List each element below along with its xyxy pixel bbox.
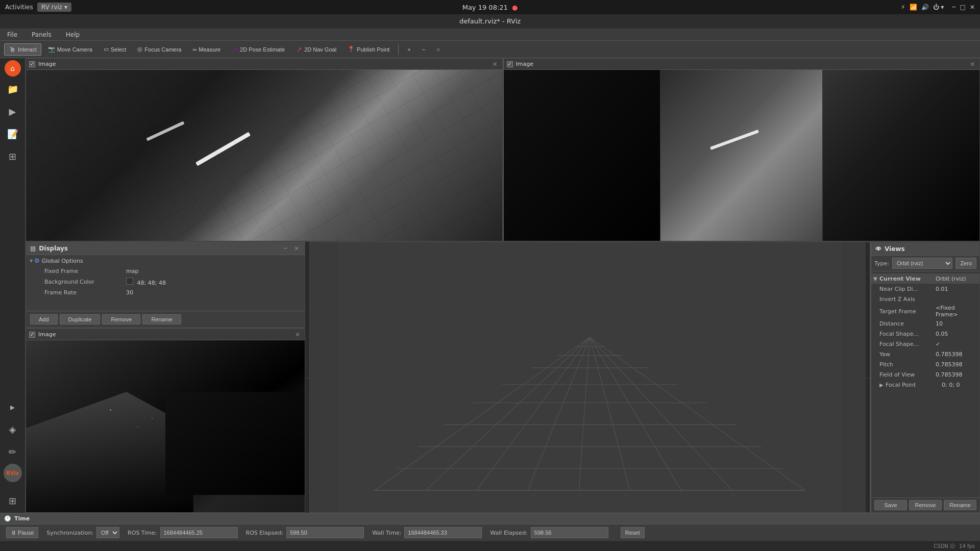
sidebar-home[interactable]: ⌂: [5, 60, 21, 77]
duplicate-button[interactable]: Duplicate: [60, 314, 101, 324]
focal-point-row[interactable]: ▶ Focal Point 0; 0; 0: [871, 380, 979, 390]
yaw-value[interactable]: 0.785398: [936, 351, 977, 358]
menu-file[interactable]: File: [4, 30, 20, 39]
fixed-frame-value[interactable]: map: [126, 268, 303, 274]
yaw-row[interactable]: Yaw 0.785398: [871, 349, 979, 359]
views-buttons: Save Remove Rename: [871, 497, 979, 512]
2d-pose-button[interactable]: ↗ 2D Pose Estimate: [227, 43, 289, 56]
image-panel-bottom-close[interactable]: ✕: [293, 331, 302, 339]
fixed-frame-row[interactable]: Fixed Frame map: [26, 266, 305, 277]
ros-time-label: ROS Time:: [128, 530, 157, 536]
reset-button[interactable]: Reset: [621, 527, 645, 538]
sidebar-text-editor[interactable]: ✏: [3, 441, 23, 462]
focal-shape-fixed-value[interactable]: ✓: [936, 341, 977, 347]
frame-rate-value[interactable]: 30: [126, 289, 303, 296]
zoom-reset-button[interactable]: ○: [432, 44, 445, 55]
topbar-center: May 19 08:21 ●: [462, 4, 518, 11]
fov-value[interactable]: 0.785398: [936, 371, 977, 378]
left-sidebar: ⌂ 📁 ▶ 📝 ⊞ ▸ ◈ ✏ RViz ⊞: [0, 58, 26, 513]
bottom-section: ▤ Displays ─ ✕ ▼ ⚙ Global Options: [26, 242, 980, 513]
color-swatch[interactable]: [126, 278, 133, 285]
interact-label: Interact: [18, 46, 37, 53]
sidebar-apps-grid[interactable]: ⊞: [3, 490, 23, 511]
fps-label: 14 fps: [959, 543, 975, 549]
sidebar-player[interactable]: ▶: [3, 101, 23, 121]
2d-nav-icon: ↗: [296, 45, 302, 54]
frame-rate-row[interactable]: Frame Rate 30: [26, 288, 305, 298]
focal-point-value[interactable]: 0; 0; 0: [942, 382, 977, 388]
2d-nav-button[interactable]: ↗ 2D Nav Goal: [291, 43, 341, 56]
global-options-arrow[interactable]: ▼: [28, 259, 34, 263]
rename-button[interactable]: Rename: [142, 314, 181, 324]
datetime: May 19 08:21: [462, 4, 508, 11]
timebar: 🕐 Time ⏸ Pause Synchronization: Off ROS …: [0, 513, 980, 541]
toolbar: 🖱 Interact 📷 Move Camera ▭ Select ◎ Focu…: [0, 41, 980, 58]
zoom-out-button[interactable]: −: [418, 44, 430, 55]
focal-shape-fixed-row[interactable]: Focal Shape... ✓: [871, 339, 979, 349]
wall-elapsed-input[interactable]: [531, 527, 608, 538]
displays-minimize[interactable]: ─: [281, 244, 289, 253]
menu-help[interactable]: Help: [63, 30, 83, 39]
move-camera-button[interactable]: 📷 Move Camera: [43, 44, 97, 55]
pitch-value[interactable]: 0.785398: [936, 361, 977, 368]
distance-value[interactable]: 10: [936, 320, 977, 327]
power-icon[interactable]: ⏻ ▾: [933, 4, 944, 11]
wall-time-input[interactable]: [404, 527, 482, 538]
image-panel-close-right[interactable]: ✕: [968, 60, 976, 68]
image-panel-check-left[interactable]: ✓: [29, 61, 35, 67]
rviz-indicator[interactable]: RV rviz ▾: [37, 3, 71, 12]
distance-row[interactable]: Distance 10: [871, 318, 979, 329]
grid-view[interactable]: ⋮: [310, 242, 870, 512]
target-frame-value[interactable]: <Fixed Frame>: [936, 305, 977, 318]
remove-button[interactable]: Remove: [102, 314, 140, 324]
pitch-row[interactable]: Pitch 0.785398: [871, 359, 979, 369]
sidebar-voxel[interactable]: ◈: [3, 419, 23, 439]
add-button[interactable]: Add: [30, 314, 58, 324]
sidebar-files[interactable]: 📁: [3, 79, 23, 99]
select-button[interactable]: ▭ Select: [99, 44, 131, 55]
measure-button[interactable]: ═ Measure: [188, 44, 225, 55]
activities-label[interactable]: Activities: [5, 4, 33, 11]
near-clip-value[interactable]: 0.01: [936, 286, 977, 292]
displays-panel: ▤ Displays ─ ✕ ▼ ⚙ Global Options: [26, 242, 305, 329]
window-minimize[interactable]: ─: [952, 4, 955, 11]
distance-label: Distance: [879, 320, 936, 327]
views-remove-button[interactable]: Remove: [909, 500, 942, 510]
sidebar-apps[interactable]: ⊞: [3, 146, 23, 166]
resize-handle-right[interactable]: ⋮: [866, 242, 870, 512]
sync-select[interactable]: Off: [96, 527, 119, 538]
background-color-row[interactable]: Background Color 48; 48; 48: [26, 277, 305, 288]
window-close[interactable]: ✕: [970, 4, 975, 11]
focus-camera-button[interactable]: ◎ Focus Camera: [133, 44, 186, 55]
displays-close[interactable]: ✕: [292, 244, 301, 253]
views-save-button[interactable]: Save: [874, 500, 907, 510]
views-zero-button[interactable]: Zero: [955, 258, 976, 269]
sidebar-notes[interactable]: 📝: [3, 123, 23, 144]
views-rename-button[interactable]: Rename: [944, 500, 976, 510]
ros-elapsed-input[interactable]: [286, 527, 364, 538]
pause-button[interactable]: ⏸ Pause: [6, 527, 38, 538]
publish-point-button[interactable]: 📍 Publish Point: [343, 44, 394, 55]
global-options-row[interactable]: ▼ ⚙ Global Options: [26, 255, 305, 266]
target-frame-row[interactable]: Target Frame <Fixed Frame>: [871, 304, 979, 318]
menu-panels[interactable]: Panels: [29, 30, 55, 39]
timebar-content: ⏸ Pause Synchronization: Off ROS Time: R…: [0, 524, 980, 541]
interact-button[interactable]: 🖱 Interact: [4, 43, 41, 56]
sidebar-terminal[interactable]: ▸: [3, 396, 23, 417]
image-panel-bottom-check[interactable]: ✓: [29, 332, 35, 338]
current-view-row[interactable]: ▼ Current View Orbit (rviz): [871, 273, 979, 284]
focal-shape-size-row[interactable]: Focal Shape... 0.05: [871, 329, 979, 339]
resize-handle-horizontal[interactable]: ⋮: [305, 242, 309, 513]
invert-z-row[interactable]: Invert Z Axis: [871, 294, 979, 304]
zoom-in-button[interactable]: +: [403, 44, 415, 55]
fov-row[interactable]: Field of View 0.785398: [871, 369, 979, 380]
near-clip-row[interactable]: Near Clip Di... 0.01: [871, 284, 979, 294]
image-panel-close-left[interactable]: ✕: [491, 60, 499, 68]
image-panel-check-right[interactable]: ✓: [507, 61, 513, 67]
image-panel-top-left: ✓ Image ✕: [26, 58, 503, 241]
focal-shape-size-value[interactable]: 0.05: [936, 331, 977, 337]
sidebar-rviz[interactable]: RViz: [4, 464, 22, 482]
views-type-select[interactable]: Orbit (rviz): [892, 258, 952, 269]
window-restore[interactable]: □: [960, 4, 966, 11]
ros-time-input[interactable]: [160, 527, 238, 538]
